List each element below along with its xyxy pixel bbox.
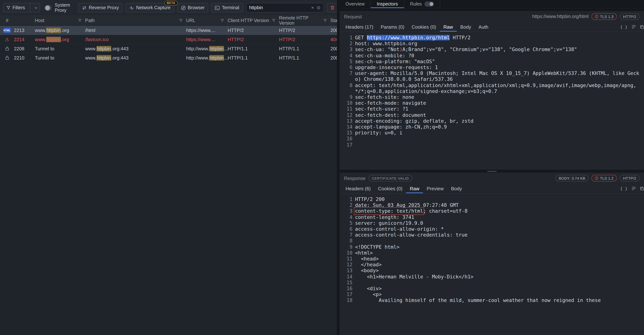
code-line: 10sec-fetch-mode: navigate [340,100,644,106]
code-line: 1GET https://www.httpbin.org/html HTTP/2 [340,35,644,41]
filters-button[interactable]: Filters [3,3,40,13]
system-proxy-label: System Proxy [55,3,74,13]
copy-icon[interactable] [640,186,644,190]
lock-icon [5,56,9,60]
tab-body[interactable]: Body [448,184,466,193]
tab-cookies[interactable]: Cookies (0) [374,184,406,193]
code-line: 3content-type: text/html; charset=utf-8 [340,208,644,214]
column-header-client-http-version[interactable]: Client HTTP Version [228,16,279,25]
tab-raw[interactable]: Raw [406,184,423,193]
body-size-badge: BODY: 3.74 KB [555,175,588,181]
browser-button[interactable]: Browser [177,3,208,13]
scope-filter-icon[interactable]: ⊙ [317,6,320,10]
network-capture-button[interactable]: Network Capture BETA [126,3,174,13]
column-header-number[interactable]: # [0,16,35,25]
tab-raw[interactable]: Raw [440,22,456,32]
code-line: 15 [340,280,644,286]
view-tools: { } [620,22,644,32]
clear-sessions-button[interactable] [326,3,338,13]
filter-funnel-icon[interactable] [221,19,224,22]
table-row[interactable]: ⚠ 2214 www.httpbin.org /favicon.ico http… [0,35,337,44]
column-header-path[interactable]: Path [85,16,186,25]
code-line: 12 </head> [340,262,644,268]
terminal-icon [215,6,220,10]
table-row[interactable]: 2210 Tunnel to www.httpbin.org:443 http:… [0,53,337,63]
wrap-lines-icon[interactable] [632,25,636,29]
wrap-lines-icon[interactable] [632,187,636,190]
format-icon[interactable]: { } [620,25,628,29]
table-row[interactable]: 2208 Tunnel to www.httpbin.org:443 http:… [0,44,337,53]
terminal-button[interactable]: Terminal [211,3,243,13]
tab-inspectors[interactable]: Inspectors [371,0,404,8]
column-label: # [6,18,34,23]
toggle-knob [45,5,50,10]
tab-overview[interactable]: Overview [340,0,371,8]
info-icon [595,15,598,18]
column-label: Path [85,18,179,23]
rules-toggle[interactable] [424,2,434,7]
clear-search-icon[interactable]: × [311,6,314,10]
cell-path: www.httpbin.org:443 [85,46,186,51]
warning-icon: ⚠ [5,37,9,42]
code-line: 7access-control-allow-credentials: true [340,232,644,238]
filter-funnel-icon[interactable] [272,19,275,22]
code-line: 6upgrade-insecure-requests: 1 [340,65,644,71]
tab-label: Overview [346,2,364,7]
app-window: Filters System Proxy Reverse Proxy [0,0,644,335]
column-header-remote-http-version[interactable]: Remote HTTP Version [279,16,330,25]
search-box[interactable]: × ⊙ [246,3,324,13]
cell-url: http://www.httpbin... [186,55,228,61]
request-tabs: Headers (17) Params (0) Cookies (0) Raw … [340,22,644,32]
response-raw-view[interactable]: 1HTTP/2 2002date: Sun, 03 Aug 2025 07:27… [340,194,644,335]
copy-icon[interactable] [640,25,644,29]
tab-params[interactable]: Params (0) [377,22,408,32]
cell-client-version: HTTP/2 [228,27,279,33]
tab-label: Inspectors [377,2,398,7]
chevron-down-icon[interactable] [32,7,40,9]
request-raw-view[interactable]: 1GET https://www.httpbin.org/html HTTP/2… [340,32,644,170]
tab-auth[interactable]: Auth [475,22,492,32]
cell-client-version: HTTP/1.1 [228,55,279,61]
filter-funnel-icon[interactable] [324,19,327,22]
tab-cookies[interactable]: Cookies (0) [408,22,440,32]
system-proxy-toggle[interactable]: System Proxy [44,3,74,13]
html-file-icon: HTML [4,28,10,33]
tab-rules[interactable]: Rules [404,0,440,8]
column-label: Client HTTP Version [228,18,272,23]
column-header-status[interactable]: Sta [330,16,337,25]
filters-label: Filters [12,5,25,10]
pane-resize-handle[interactable] [340,170,644,173]
inspector-tab-bar: Overview Inspectors Rules [340,0,644,9]
terminal-label: Terminal [222,5,240,10]
filter-funnel-icon[interactable] [179,19,182,22]
request-label: Request [344,14,362,19]
cell-url: https://www.... [186,27,228,33]
tab-body[interactable]: Body [456,22,475,32]
filter-funnel-icon[interactable] [78,19,82,22]
code-line: 13accept-encoding: gzip, deflate, br, zs… [340,118,644,124]
code-line: 14accept-language: zh-CN,zh;q=0.9 [340,124,644,130]
cell-host: www.httpbin.org [35,27,85,33]
toggle-track[interactable] [44,5,52,11]
code-line: 9sec-fetch-site: none [340,94,644,100]
column-header-host[interactable]: Host [35,16,85,25]
cell-host: Tunnel to [35,46,85,51]
button-divider [30,3,30,12]
cell-number: 2210 [14,55,35,61]
column-label: Sta [330,18,337,23]
table-row[interactable]: HTML 2213 www.httpbin.org /html https://… [0,26,337,35]
tab-headers[interactable]: Headers (17) [342,22,377,32]
tls-version-label: TLS 1.2 [600,176,614,180]
tab-headers[interactable]: Headers (6) [342,184,374,193]
column-header-url[interactable]: URL [186,16,228,25]
response-pane-header: Response CERTIFICATE VALID BODY: 3.74 KB… [340,173,644,184]
tab-preview[interactable]: Preview [423,184,448,193]
code-line: 5sec-ch-ua-platform: "macOS" [340,59,644,65]
cell-host: www.httpbin.org [35,37,85,42]
column-label: Host [35,18,78,23]
search-input[interactable] [249,5,308,10]
reverse-proxy-button[interactable]: Reverse Proxy [78,3,122,13]
cell-url: http://www.httpbin... [186,46,228,51]
format-icon[interactable]: { } [620,186,628,191]
drag-handle [487,171,496,172]
